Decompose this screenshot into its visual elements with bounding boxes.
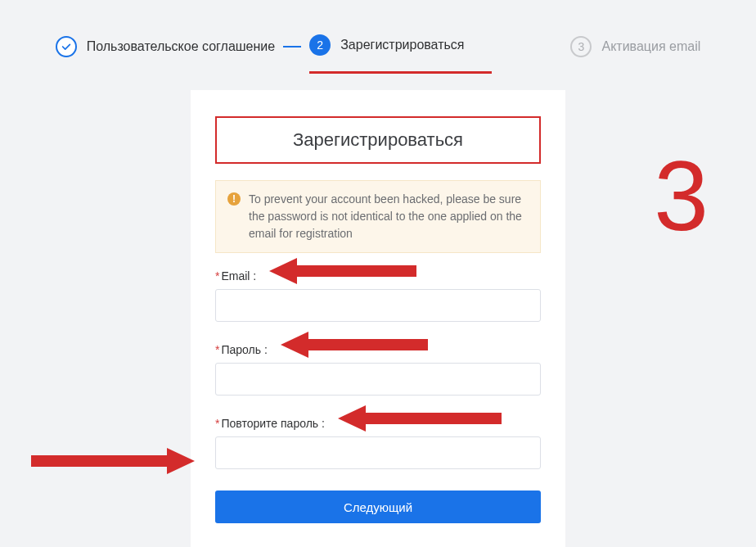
registration-card: Зарегистрироваться ! To prevent your acc… bbox=[191, 90, 565, 547]
card-title: Зарегистрироваться bbox=[215, 116, 541, 164]
step-label: Активация email bbox=[601, 39, 700, 54]
password-label: *Пароль : bbox=[215, 343, 541, 356]
step-register: 2 Зарегистрироваться bbox=[309, 34, 464, 59]
password-input[interactable] bbox=[215, 363, 541, 396]
arrow-icon bbox=[31, 445, 195, 477]
check-icon bbox=[56, 36, 77, 57]
repeat-password-field-group: *Повторите пароль : bbox=[215, 417, 541, 469]
repeat-password-label: *Повторите пароль : bbox=[215, 417, 541, 430]
warning-banner: ! To prevent your account been hacked, p… bbox=[215, 180, 541, 253]
next-button[interactable]: Следующий bbox=[215, 490, 541, 523]
svg-marker-3 bbox=[31, 448, 195, 474]
email-field-group: *Email : bbox=[215, 269, 541, 322]
step-agreement: Пользовательское соглашение bbox=[56, 36, 275, 57]
annotation-step-number: 3 bbox=[654, 139, 709, 252]
step-number: 2 bbox=[309, 34, 331, 56]
annotation-underline bbox=[309, 71, 492, 74]
email-input[interactable] bbox=[215, 289, 541, 322]
step-label: Пользовательское соглашение bbox=[87, 39, 275, 54]
warning-icon: ! bbox=[227, 192, 241, 206]
password-field-group: *Пароль : bbox=[215, 343, 541, 396]
step-number: 3 bbox=[570, 36, 592, 57]
repeat-password-input[interactable] bbox=[215, 436, 541, 469]
progress-stepper: Пользовательское соглашение 2 Зарегистри… bbox=[0, 0, 756, 75]
email-label: *Email : bbox=[215, 269, 541, 283]
warning-text: To prevent your account been hacked, ple… bbox=[249, 191, 529, 242]
step-activation: 3 Активация email bbox=[570, 36, 700, 57]
step-label: Зарегистрироваться bbox=[340, 38, 464, 52]
step-connector bbox=[283, 46, 301, 47]
